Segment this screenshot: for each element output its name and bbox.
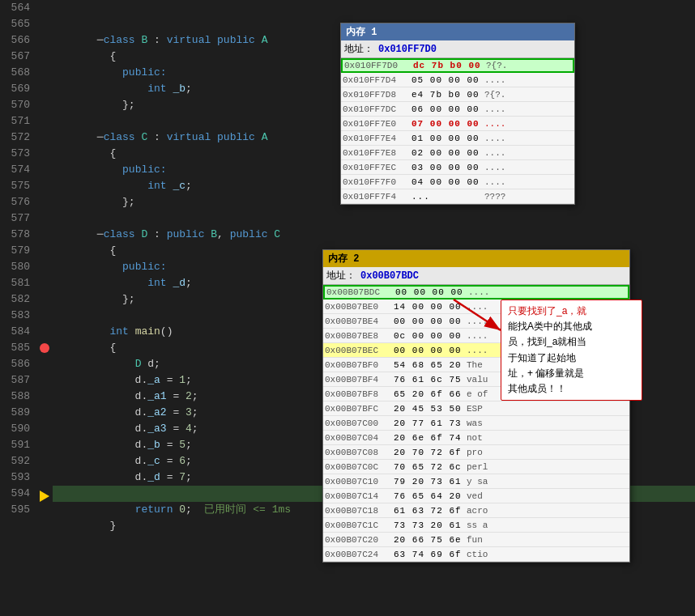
code-token: public: <box>122 66 167 79</box>
mem-bytes: 76 61 6c 75 <box>394 375 467 384</box>
code-token <box>97 358 135 370</box>
line-number: 570 <box>0 97 30 113</box>
code-token: 已用时间 <= 1ms <box>204 503 291 516</box>
code-token: return <box>135 503 180 516</box>
code-token: d. <box>97 455 147 467</box>
code-token: { <box>97 244 116 257</box>
code-token: ─ <box>97 34 104 46</box>
code-line: ─class D : public B, public C <box>53 210 695 227</box>
mem-addr: 0x010FF7D4 <box>343 75 411 85</box>
memory-row: 0x010FF7E8 02 00 00 00 .... <box>341 146 574 160</box>
code-token <box>97 503 135 516</box>
code-token: _a <box>147 374 160 386</box>
mem-chars: .... <box>484 134 505 143</box>
mem-chars: .... <box>484 119 505 129</box>
code-token: 6 <box>179 455 185 467</box>
mem-bytes: ... <box>411 192 484 202</box>
code-token: 5 <box>179 439 185 451</box>
code-token: ; <box>192 423 198 435</box>
code-token: : <box>154 131 167 143</box>
code-token: C <box>274 228 280 240</box>
code-token: _b <box>173 83 185 95</box>
annotation-text: 址，+ 偏移量就是 <box>508 367 584 379</box>
code-token: _b <box>147 439 160 451</box>
code-token: class <box>104 34 142 46</box>
mem-chars: .... <box>467 331 488 341</box>
mem-bytes: 76 65 64 20 <box>394 491 467 501</box>
code-token: }; <box>97 99 135 111</box>
line-number: 565 <box>0 16 30 32</box>
mem-chars: was <box>467 418 483 428</box>
address-label-1: 地址： <box>344 42 373 56</box>
memory-window-2-title-text: 内存 2 <box>328 253 359 265</box>
line-number: 576 <box>0 194 30 210</box>
line-number: 572 <box>0 130 30 146</box>
mem-addr: 0x00B07BF4 <box>325 375 394 384</box>
code-token: d; <box>147 358 160 370</box>
mem-bytes: 79 20 73 61 <box>394 477 467 486</box>
memory-row: 0x010FF7D0 dc 7b b0 00 ?{?. <box>341 58 574 73</box>
code-token: }; <box>97 196 135 208</box>
mem-chars: ESP <box>467 404 483 414</box>
code-token: int <box>147 180 173 192</box>
memory-row: 0x00B07C1C 73 73 20 61 ss a <box>323 518 629 533</box>
mem-chars: ???? <box>484 192 505 202</box>
code-token: = <box>160 471 179 483</box>
code-token: int <box>97 325 135 338</box>
annotation-text: 只要找到了_a，就 <box>508 305 586 316</box>
annotation-box: 只要找到了_a，就 能找A类中的其他成 员，找到_a就相当 于知道了起始地 址，… <box>501 300 642 401</box>
memory-row: 0x00B07C04 20 6e 6f 74 not <box>323 431 629 445</box>
memory-address-bar-2[interactable]: 地址： 0x00B07BDC <box>323 267 629 285</box>
mem-addr: 0x010FF7F4 <box>343 192 411 202</box>
mem-chars: .... <box>467 302 488 312</box>
code-token: _c <box>173 180 185 192</box>
mem-bytes: 20 66 75 6e <box>394 535 467 545</box>
mem-chars: .... <box>468 287 489 297</box>
code-token: _a3 <box>147 423 166 435</box>
memory-window-2[interactable]: 内存 2 地址： 0x00B07BDC 0x00B07BDC 00 00 00 … <box>322 249 630 563</box>
mem-addr: 0x010FF7E8 <box>343 148 411 158</box>
code-token <box>97 164 122 176</box>
code-token: ; <box>192 406 198 418</box>
code-token: virtual public <box>167 34 262 46</box>
code-token: = <box>167 390 185 402</box>
mem-bytes: 00 00 00 00 <box>394 316 467 326</box>
code-token: ; <box>185 455 192 467</box>
memory-address-bar-1[interactable]: 地址： 0x010FF7D0 <box>341 40 574 58</box>
breakpoint-indicator <box>40 343 49 353</box>
code-token: } <box>97 520 116 532</box>
memory-window-1-title-text: 内存 1 <box>346 25 377 39</box>
mem-bytes: 03 00 00 00 <box>411 163 484 172</box>
mem-bytes: dc 7b b0 00 <box>413 61 486 70</box>
mem-addr: 0x00B07BF8 <box>325 389 394 399</box>
line-number: 569 <box>0 81 30 97</box>
line-number: 583 <box>0 308 30 324</box>
memory-window-1[interactable]: 内存 1 地址： 0x010FF7D0 0x010FF7D0 dc 7b b0 … <box>340 23 575 205</box>
annotation-text: 于知道了起始地 <box>508 352 576 363</box>
mem-bytes: 20 6e 6f 74 <box>394 433 467 443</box>
line-number: 571 <box>0 113 30 130</box>
mem-bytes: 00 00 00 00 <box>395 287 468 297</box>
memory-row: 0x00B07C0C 70 65 72 6c perl <box>323 460 629 474</box>
mem-chars: .... <box>467 346 488 355</box>
code-token <box>97 261 122 273</box>
line-number: 567 <box>0 49 30 65</box>
line-number: 594 <box>0 486 30 502</box>
line-number: 586 <box>0 356 30 372</box>
mem-chars: ved <box>467 491 483 501</box>
mem-bytes: 0c 00 00 00 <box>394 331 467 341</box>
mem-chars: e of <box>467 389 488 399</box>
code-token: d. <box>97 390 147 402</box>
mem-addr: 0x00B07BE0 <box>325 302 394 312</box>
code-token <box>97 180 147 192</box>
code-token: B <box>141 34 154 46</box>
mem-bytes: 73 73 20 61 <box>394 520 467 530</box>
memory-row: 0x00B07BDC 00 00 00 00 .... <box>323 285 629 300</box>
memory-row: 0x010FF7D8 e4 7b b0 00 ?{?. <box>341 87 574 102</box>
mem-chars: acro <box>467 506 488 516</box>
line-number: 581 <box>0 275 30 291</box>
gutter <box>36 0 53 616</box>
line-number: 577 <box>0 210 30 227</box>
mem-addr: 0x010FF7EC <box>343 163 411 172</box>
line-number: 573 <box>0 146 30 162</box>
